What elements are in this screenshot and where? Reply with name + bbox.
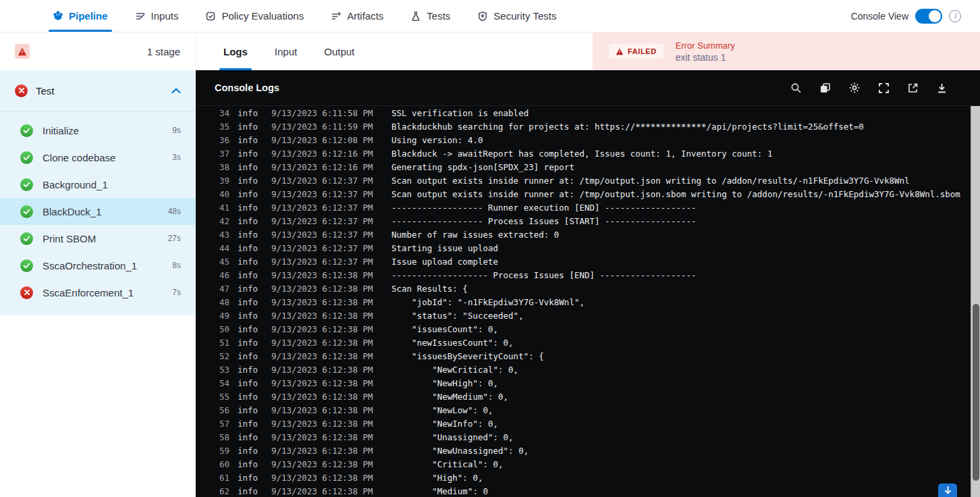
step-row[interactable]: Initialize 9s [0,117,196,144]
log-level: info [238,216,265,226]
log-timestamp: 9/13/2023 6:12:37 PM [271,216,385,226]
log-timestamp: 9/13/2023 6:12:37 PM [271,203,385,213]
stage-row-test[interactable]: Test [0,70,196,111]
log-line-number: 47 [196,284,229,294]
log-message: Using version: 4.0 [391,135,483,145]
step-duration: 8s [172,261,181,270]
log-timestamp: 9/13/2023 6:12:38 PM [271,473,385,483]
copy-icon[interactable] [819,82,831,94]
stage-warning-icon [15,44,30,59]
log-line: 41 info 9/13/2023 6:12:37 PM -----------… [196,201,971,214]
step-failed-icon [20,286,33,299]
info-icon[interactable]: i [949,10,961,22]
log-level: info [238,419,265,429]
log-line: 52 info 9/13/2023 6:12:38 PM "issuesBySe… [196,349,971,363]
log-message: Scan Results: { [391,284,468,294]
log-line-number: 55 [196,392,229,402]
step-row[interactable]: Background_1 [0,171,196,198]
log-level: info [238,432,265,442]
download-icon[interactable] [936,82,948,94]
log-level: info [238,176,265,186]
step-success-icon [20,151,33,164]
log-line: 48 info 9/13/2023 6:12:38 PM "jobId": "-… [196,295,971,309]
log-line-number: 52 [196,351,229,361]
log-line-number: 37 [196,149,229,159]
settings-icon[interactable] [848,82,861,94]
console-view-toggle[interactable] [915,9,942,24]
log-line-number: 38 [196,162,229,172]
log-message: "jobId": "-n1FkEpdiw3Y7G-Vvk8Wnl", [391,297,584,307]
log-message: "NewInfo": 0, [391,419,498,429]
log-timestamp: 9/13/2023 6:12:37 PM [271,189,385,199]
log-line-number: 46 [196,270,229,280]
log-message: Blackduckhub searching for projects at: … [391,122,864,132]
step-label: Background_1 [43,179,171,190]
log-line: 53 info 9/13/2023 6:12:38 PM "NewCritica… [196,363,971,376]
log-timestamp: 9/13/2023 6:12:38 PM [271,284,385,294]
log-line-number: 44 [196,243,229,253]
step-row[interactable]: Print SBOM 27s [0,225,196,252]
log-timestamp: 9/13/2023 6:12:38 PM [271,459,385,469]
log-line: 60 info 9/13/2023 6:12:38 PM "Critical":… [196,457,971,471]
log-timestamp: 9/13/2023 6:12:38 PM [271,486,385,496]
log-line-number: 61 [196,473,229,483]
log-line: 55 info 9/13/2023 6:12:38 PM "NewMedium"… [196,390,971,403]
log-message: Scan output exists inside runner at: /tm… [391,189,960,199]
tab-policy-evaluations-label: Policy Evaluations [221,10,304,22]
step-row[interactable]: BlackDuck_1 48s [0,198,196,225]
tab-input[interactable]: Input [264,32,308,70]
log-line: 50 info 9/13/2023 6:12:38 PM "issuesCoun… [196,322,971,336]
scroll-to-bottom-button[interactable] [938,483,957,497]
log-line-number: 62 [196,486,229,496]
tab-input-label: Input [275,46,297,57]
step-row[interactable]: SscaEnforcement_1 7s [0,279,196,306]
log-timestamp: 9/13/2023 6:12:08 PM [271,135,385,145]
stage-name: Test [36,85,163,97]
log-timestamp: 9/13/2023 6:12:16 PM [271,162,385,172]
chevron-up-icon[interactable] [171,84,181,97]
log-line-number: 41 [196,203,229,213]
tab-artifacts[interactable]: Artifacts [317,0,397,32]
tab-output-label: Output [324,46,354,57]
tab-tests-label: Tests [427,10,450,22]
log-viewport[interactable]: 34 info 9/13/2023 6:11:58 PM SSL verific… [196,106,971,497]
console-scrollbar[interactable] [971,106,980,497]
log-line-number: 53 [196,365,229,375]
log-timestamp: 9/13/2023 6:11:59 PM [271,122,385,132]
tab-security-tests[interactable]: Security Tests [464,0,570,32]
log-level: info [238,392,265,402]
search-icon[interactable] [790,82,802,94]
tab-inputs[interactable]: Inputs [121,0,192,32]
log-timestamp: 9/13/2023 6:12:16 PM [271,149,385,159]
console-scrollbar-thumb[interactable] [973,304,979,481]
step-row[interactable]: Clone codebase 3s [0,144,196,171]
policy-evaluations-icon [205,11,216,22]
open-in-new-icon[interactable] [907,82,919,94]
security-tests-icon [477,11,488,22]
sub-header-row: 1 stage Logs Input Output FAILED Error S… [0,32,980,70]
log-message: "newIssuesCount": 0, [391,338,514,348]
step-row[interactable]: SscaOrchestration_1 8s [0,252,196,279]
tab-logs[interactable]: Logs [213,32,258,70]
step-duration: 9s [172,126,181,135]
log-message: "Unassigned": 0, [391,432,514,442]
log-message: Issue upload complete [391,257,498,267]
log-line: 45 info 9/13/2023 6:12:37 PM Issue uploa… [196,255,971,268]
top-navigation: Pipeline Inputs Policy Evaluations [0,0,980,32]
tab-output[interactable]: Output [313,32,365,70]
tab-tests[interactable]: Tests [397,0,464,32]
log-message: "Medium": 0 [391,486,488,496]
tab-pipeline[interactable]: Pipeline [39,0,121,32]
fullscreen-icon[interactable] [878,82,890,94]
console-title: Console Logs [215,82,279,93]
step-success-icon [20,259,33,272]
log-level: info [238,324,265,334]
log-line: 58 info 9/13/2023 6:12:38 PM "Unassigned… [196,430,971,444]
tab-policy-evaluations[interactable]: Policy Evaluations [192,0,317,32]
log-level: info [238,297,265,307]
log-line: 59 info 9/13/2023 6:12:38 PM "NewUnassig… [196,444,971,457]
log-level: info [238,149,265,159]
step-success-icon [20,178,33,191]
log-timestamp: 9/13/2023 6:12:38 PM [271,419,385,429]
log-level: info [238,270,265,280]
